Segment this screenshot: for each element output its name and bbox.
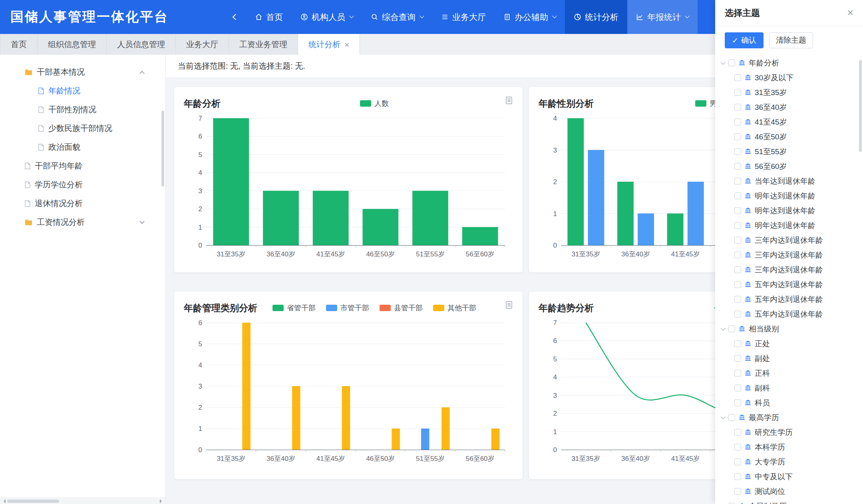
sidebar-item-2[interactable]: 学历学位分析 <box>0 175 165 194</box>
theme-item-2-4[interactable]: 测试岗位 <box>734 484 860 499</box>
checkbox[interactable] <box>734 252 741 258</box>
sidebar-item-1[interactable]: 干部平均年龄 <box>0 157 165 175</box>
theme-group-0[interactable]: 年龄分析 <box>722 56 860 70</box>
theme-group-1[interactable]: 相当级别 <box>722 321 860 336</box>
checkbox[interactable] <box>734 399 741 406</box>
checkbox[interactable] <box>734 266 741 273</box>
nav-item-office-assist[interactable]: 办公辅助 <box>495 0 565 34</box>
checkbox[interactable] <box>734 89 741 96</box>
checkbox[interactable] <box>734 74 741 81</box>
nav-collapse-button[interactable] <box>229 10 242 24</box>
tab-service-hall[interactable]: 业务大厅 <box>176 34 229 55</box>
scrollbar-thumb[interactable] <box>7 500 59 503</box>
close-icon[interactable]: × <box>344 40 349 49</box>
checkbox[interactable] <box>734 163 741 170</box>
checkbox[interactable] <box>734 370 741 377</box>
tab-org-info[interactable]: 组织信息管理 <box>38 34 107 55</box>
theme-item-0-3[interactable]: 41至45岁 <box>734 115 860 129</box>
theme-item-0-15[interactable]: 五年内达到退休年龄 <box>734 292 860 307</box>
theme-item-0-11[interactable]: 三年内达到退休年龄 <box>734 233 860 248</box>
theme-item-0-16[interactable]: 五年内达到退休年龄 <box>734 307 860 321</box>
theme-item-2-2[interactable]: 大专学历 <box>734 454 860 469</box>
legend-item[interactable]: 省管干部 <box>272 303 316 313</box>
checkbox[interactable] <box>734 192 741 199</box>
collapse-icon[interactable] <box>721 60 725 64</box>
tab-home[interactable]: 首页 <box>0 34 38 55</box>
checkbox[interactable] <box>734 340 741 347</box>
theme-item-2-0[interactable]: 研究生学历 <box>734 425 860 440</box>
checkbox[interactable] <box>734 207 741 214</box>
expand-icon[interactable] <box>139 219 145 224</box>
checkbox[interactable] <box>734 222 741 229</box>
checkbox[interactable] <box>734 296 741 303</box>
theme-item-0-13[interactable]: 三年内达到退休年龄 <box>734 262 860 277</box>
checkbox[interactable] <box>734 488 741 495</box>
checkbox[interactable] <box>734 473 741 480</box>
checkbox[interactable] <box>728 325 735 332</box>
checkbox[interactable] <box>734 104 741 111</box>
nav-item-annual-report[interactable]: 年报统计 <box>627 0 698 34</box>
checkbox[interactable] <box>734 133 741 140</box>
theme-item-2-3[interactable]: 中专及以下 <box>734 469 860 484</box>
theme-item-0-9[interactable]: 明年达到退休年龄 <box>734 203 860 218</box>
theme-item-0-0[interactable]: 30岁及以下 <box>734 70 860 85</box>
theme-group-3[interactable]: 全日制学历 <box>722 499 860 504</box>
checkbox[interactable] <box>734 148 741 155</box>
close-icon[interactable]: × <box>847 8 853 18</box>
data-view-icon[interactable] <box>506 301 512 310</box>
panel-scrollbar[interactable] <box>859 60 862 152</box>
checkbox[interactable] <box>734 178 741 185</box>
sidebar-item-0[interactable]: 干部基本情况 <box>0 63 165 81</box>
sidebar-vertical-scrollbar[interactable] <box>161 111 164 187</box>
theme-item-0-6[interactable]: 56至60岁 <box>734 159 860 174</box>
theme-item-0-1[interactable]: 31至35岁 <box>734 85 860 100</box>
sidebar-item-3[interactable]: 退休情况分析 <box>0 194 165 213</box>
sidebar-subitem-0-0[interactable]: 年龄情况 <box>0 81 165 100</box>
sidebar-subitem-0-2[interactable]: 少数民族干部情况 <box>0 119 165 138</box>
theme-item-0-12[interactable]: 三年内达到退休年龄 <box>734 248 860 262</box>
checkbox[interactable] <box>734 444 741 450</box>
confirm-button[interactable]: ✓确认 <box>725 32 764 48</box>
theme-item-0-8[interactable]: 明年达到退休年龄 <box>734 189 860 203</box>
theme-item-0-4[interactable]: 46至50岁 <box>734 129 860 144</box>
theme-item-0-7[interactable]: 当年达到退休年龄 <box>734 174 860 189</box>
tab-salary[interactable]: 工资业务管理 <box>229 34 298 55</box>
nav-item-org-people[interactable]: 机构人员 <box>292 0 362 34</box>
checkbox[interactable] <box>728 414 735 421</box>
theme-item-1-4[interactable]: 科员 <box>734 395 860 410</box>
theme-item-0-10[interactable]: 明年达到退休年龄 <box>734 218 860 233</box>
checkbox[interactable] <box>734 385 741 391</box>
nav-item-query[interactable]: 综合查询 <box>362 0 432 34</box>
checkbox[interactable] <box>734 429 741 436</box>
legend-item[interactable]: 县管干部 <box>380 303 423 313</box>
checkbox[interactable] <box>728 60 735 66</box>
checkbox[interactable] <box>734 281 741 288</box>
collapse-icon[interactable] <box>721 326 725 330</box>
tab-statistics[interactable]: 统计分析× <box>298 34 360 55</box>
clear-theme-button[interactable]: 清除主题 <box>769 32 813 48</box>
theme-group-2[interactable]: 最高学历 <box>722 410 860 425</box>
collapse-icon[interactable] <box>139 71 145 76</box>
sidebar-subitem-0-3[interactable]: 政治面貌 <box>0 138 165 157</box>
theme-item-1-0[interactable]: 正处 <box>734 336 860 351</box>
data-view-icon[interactable] <box>506 97 512 106</box>
checkbox[interactable] <box>734 458 741 465</box>
theme-item-1-1[interactable]: 副处 <box>734 351 860 366</box>
scroll-right-icon[interactable] <box>160 499 164 503</box>
collapse-icon[interactable] <box>721 415 725 419</box>
tab-people-info[interactable]: 人员信息管理 <box>107 34 176 55</box>
checkbox[interactable] <box>734 119 741 125</box>
sidebar-item-4[interactable]: 工资情况分析 <box>0 213 165 232</box>
legend-item[interactable]: 人数 <box>360 99 389 108</box>
checkbox[interactable] <box>734 237 741 244</box>
theme-item-0-2[interactable]: 36至40岁 <box>734 100 860 115</box>
theme-item-0-5[interactable]: 51至55岁 <box>734 144 860 159</box>
theme-item-0-14[interactable]: 五年内达到退休年龄 <box>734 277 860 292</box>
checkbox[interactable] <box>734 311 741 317</box>
checkbox[interactable] <box>734 355 741 362</box>
sidebar-horizontal-scrollbar[interactable] <box>0 498 165 504</box>
legend-item[interactable]: 其他干部 <box>433 303 476 313</box>
theme-item-1-3[interactable]: 副科 <box>734 381 860 395</box>
nav-item-service-hall[interactable]: 业务大厅 <box>432 0 495 34</box>
scroll-left-icon[interactable] <box>2 499 6 503</box>
